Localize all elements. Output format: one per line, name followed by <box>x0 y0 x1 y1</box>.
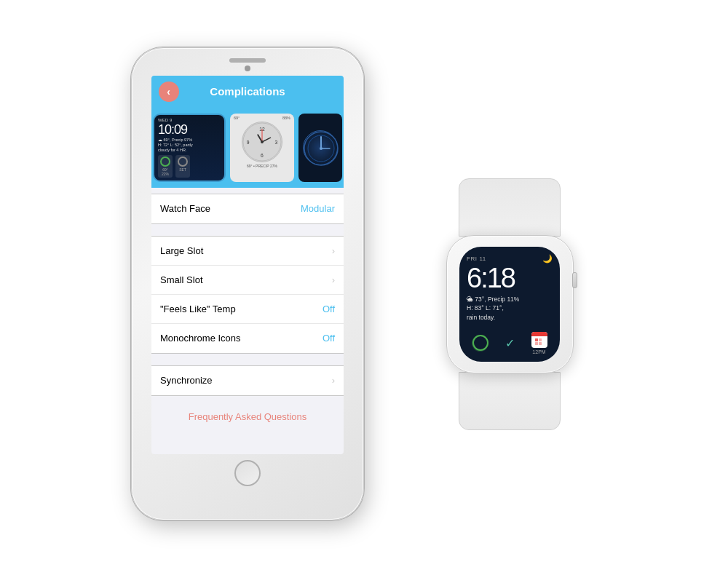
sync-section: Synchronize › <box>151 365 344 396</box>
blue-dial <box>303 130 338 165</box>
iphone-home-button[interactable] <box>234 460 261 486</box>
watch-weather-line1: 🌦 73°, Precip 11% <box>467 295 553 304</box>
check-icon: ✓ <box>505 336 515 350</box>
watch-weather-line2: H: 83° L: 71°, <box>467 304 553 313</box>
svg-point-13 <box>320 147 323 150</box>
feels-like-label: "Feels Like" Temp <box>160 304 236 314</box>
watch-date-label: 11 <box>479 255 486 262</box>
calendar-time-label: 12PM <box>532 349 545 354</box>
monochrome-row[interactable]: Monochrome Icons Off <box>151 324 344 353</box>
navigation-bar: ‹ Complications <box>151 76 344 108</box>
activity-ring <box>472 335 488 351</box>
watch-comp-1: 69° 22% <box>158 155 173 178</box>
feels-like-row[interactable]: "Feels Like" Temp Off <box>151 295 344 324</box>
svg-rect-16 <box>535 342 538 345</box>
small-slot-row[interactable]: Small Slot › <box>151 266 344 295</box>
analog-footer: 69° • PRECIP 27% <box>247 164 277 168</box>
clock-face: 12 3 6 9 <box>242 122 282 162</box>
svg-point-8 <box>261 140 264 143</box>
watch-face-value: Modular <box>301 203 335 214</box>
watch-screen-time: 6:18 <box>467 264 553 292</box>
svg-rect-17 <box>539 342 542 345</box>
iphone-device: ‹ Complications WED 9 10:09 ☁ 69°, Preci… <box>131 47 364 520</box>
svg-rect-15 <box>539 338 542 341</box>
watch-band-top <box>459 178 561 237</box>
watch-time: 10:09 <box>158 122 221 138</box>
faq-link[interactable]: Frequently Asked Questions <box>189 411 307 424</box>
large-slot-label: Large Slot <box>160 245 203 256</box>
iphone-screen: ‹ Complications WED 9 10:09 ☁ 69°, Preci… <box>151 76 344 454</box>
watch-face-preview-area: WED 9 10:09 ☁ 69°, Precip 97%H: 72° L: 5… <box>151 108 344 188</box>
iphone-speaker <box>229 58 266 63</box>
watch-band-bottom <box>459 372 561 430</box>
small-slot-label: Small Slot <box>160 274 203 285</box>
back-button[interactable]: ‹ <box>159 82 179 102</box>
svg-text:9: 9 <box>247 139 250 144</box>
nav-title: Complications <box>210 85 285 98</box>
watch-face-label: Watch Face <box>160 203 210 214</box>
faq-section: Frequently Asked Questions <box>151 402 344 432</box>
watch-weather-line3: rain today. <box>467 313 553 322</box>
synchronize-row[interactable]: Synchronize › <box>151 366 344 395</box>
synchronize-chevron: › <box>332 375 335 386</box>
watch-weather: ☁ 69°, Precip 97%H: 72° L: 52°, partlycl… <box>158 138 221 153</box>
analog-header: 69°88% <box>232 116 292 120</box>
watch-face-analog[interactable]: 69°88% 12 3 6 9 <box>230 114 294 182</box>
moon-icon: 🌙 <box>542 254 553 263</box>
synchronize-label: Synchronize <box>160 375 213 386</box>
watch-face-row[interactable]: Watch Face Modular <box>151 194 344 223</box>
monochrome-label: Monochrome Icons <box>160 333 241 344</box>
watch-comp-check: ✓ <box>505 336 515 350</box>
monochrome-value: Off <box>323 333 335 344</box>
watch-face-section: Watch Face Modular <box>151 194 344 224</box>
watch-complications: ✓ <box>467 332 553 354</box>
calendar-icon <box>531 332 547 348</box>
watch-comp-activity <box>472 335 488 351</box>
watch-comp-2: SET <box>175 155 190 178</box>
feels-like-value: Off <box>323 304 335 314</box>
svg-text:3: 3 <box>274 139 277 144</box>
slots-section: Large Slot › Small Slot › "Feels Like" T… <box>151 236 344 354</box>
svg-text:6: 6 <box>261 153 264 158</box>
watch-screen: FRI 11 🌙 6:18 🌦 73°, Precip 11% H: 83° L… <box>459 247 560 362</box>
svg-rect-14 <box>535 338 538 341</box>
small-slot-chevron: › <box>332 274 335 285</box>
iphone-camera <box>245 66 250 71</box>
watch-crown <box>572 272 577 288</box>
watch-day-label: FRI <box>467 255 477 262</box>
apple-watch: FRI 11 🌙 6:18 🌦 73°, Precip 11% H: 83° L… <box>422 178 597 389</box>
watch-comp-calendar: 12PM <box>531 332 547 354</box>
large-slot-chevron: › <box>332 245 335 256</box>
watch-face-blue[interactable] <box>298 114 342 182</box>
watch-weather: 🌦 73°, Precip 11% H: 83° L: 71°, rain to… <box>467 295 553 322</box>
large-slot-row[interactable]: Large Slot › <box>151 237 344 266</box>
watch-face-digital[interactable]: WED 9 10:09 ☁ 69°, Precip 97%H: 72° L: 5… <box>153 114 226 182</box>
watch-body: FRI 11 🌙 6:18 🌦 73°, Precip 11% H: 83° L… <box>446 235 574 373</box>
back-arrow-icon: ‹ <box>167 86 170 98</box>
